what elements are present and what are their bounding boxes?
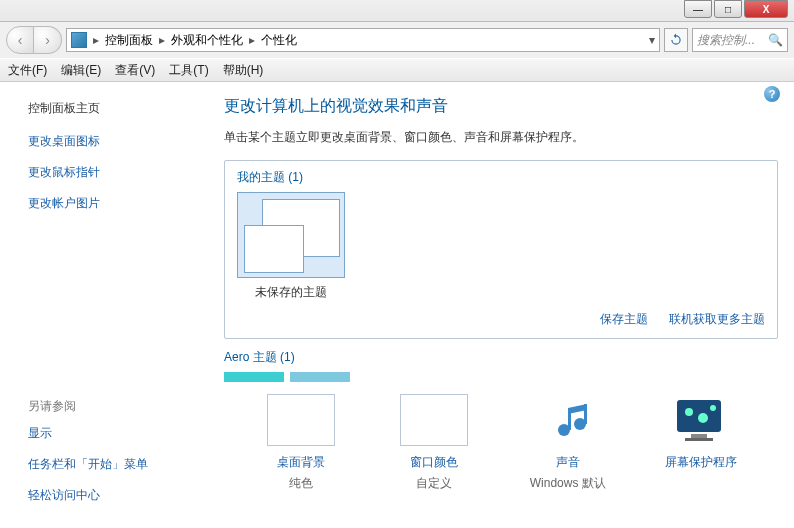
window-color-icon — [400, 394, 468, 446]
address-dropdown-icon[interactable]: ▾ — [649, 33, 655, 47]
menu-view[interactable]: 查看(V) — [115, 62, 155, 79]
aero-themes-strip — [224, 372, 778, 384]
save-theme-link[interactable]: 保存主题 — [600, 312, 648, 326]
sidebar-heading[interactable]: 控制面板主页 — [28, 100, 196, 117]
sidebar-link-mouse-pointers[interactable]: 更改鼠标指针 — [28, 164, 196, 181]
setting-title: 屏幕保护程序 — [641, 454, 761, 471]
setting-window-color[interactable]: 窗口颜色 自定义 — [374, 394, 494, 492]
get-more-themes-link[interactable]: 联机获取更多主题 — [669, 312, 765, 326]
address-bar[interactable]: ▸ 控制面板 ▸ 外观和个性化 ▸ 个性化 ▾ — [66, 28, 660, 52]
sidebar-seealso-ease-of-access[interactable]: 轻松访问中心 — [28, 487, 196, 504]
svg-point-8 — [698, 413, 708, 423]
menu-help[interactable]: 帮助(H) — [223, 62, 264, 79]
back-button[interactable]: ‹ — [6, 26, 34, 54]
theme-thumbnail — [237, 192, 345, 278]
maximize-button[interactable]: □ — [714, 0, 742, 18]
breadcrumb-sep: ▸ — [93, 33, 99, 47]
setting-title: 声音 — [508, 454, 628, 471]
sidebar-seealso-heading: 另请参阅 — [28, 398, 196, 415]
setting-sound[interactable]: 声音 Windows 默认 — [508, 394, 628, 492]
close-button[interactable]: X — [744, 0, 788, 18]
svg-rect-5 — [691, 434, 707, 438]
setting-title: 窗口颜色 — [374, 454, 494, 471]
svg-point-7 — [685, 408, 693, 416]
page-title: 更改计算机上的视觉效果和声音 — [224, 96, 778, 117]
setting-value: 纯色 — [241, 475, 361, 492]
minimize-button[interactable]: — — [684, 0, 712, 18]
breadcrumb-segment[interactable]: 个性化 — [261, 32, 297, 49]
main-panel: ? 更改计算机上的视觉效果和声音 单击某个主题立即更改桌面背景、窗口颜色、声音和… — [210, 82, 794, 528]
sound-icon — [534, 394, 602, 446]
sidebar: 控制面板主页 更改桌面图标 更改鼠标指针 更改帐户图片 另请参阅 显示 任务栏和… — [0, 82, 210, 528]
page-subtitle: 单击某个主题立即更改桌面背景、窗口颜色、声音和屏幕保护程序。 — [224, 129, 778, 146]
setting-value: 自定义 — [374, 475, 494, 492]
window-titlebar: — □ X — [0, 0, 794, 22]
search-box[interactable]: 搜索控制... 🔍 — [692, 28, 788, 52]
breadcrumb-segment[interactable]: 控制面板 — [105, 32, 153, 49]
screensaver-icon — [667, 394, 735, 446]
breadcrumb-segment[interactable]: 外观和个性化 — [171, 32, 243, 49]
theme-item-unsaved[interactable]: 未保存的主题 — [237, 192, 345, 301]
navigation-row: ‹ › ▸ 控制面板 ▸ 外观和个性化 ▸ 个性化 ▾ 搜索控制... 🔍 — [0, 22, 794, 58]
svg-point-9 — [710, 405, 716, 411]
sidebar-seealso-taskbar[interactable]: 任务栏和「开始」菜单 — [28, 456, 196, 473]
setting-screensaver[interactable]: 屏幕保护程序 — [641, 394, 761, 492]
menu-tools[interactable]: 工具(T) — [169, 62, 208, 79]
refresh-button[interactable] — [664, 28, 688, 52]
control-panel-icon — [71, 32, 87, 48]
forward-button[interactable]: › — [34, 26, 62, 54]
settings-row: 桌面背景 纯色 窗口颜色 自定义 声音 Windows 默认 屏幕保护程序 — [224, 384, 778, 492]
my-themes-box: 我的主题 (1) 未保存的主题 保存主题 联机获取更多主题 — [224, 160, 778, 339]
sidebar-link-account-picture[interactable]: 更改帐户图片 — [28, 195, 196, 212]
sidebar-link-desktop-icons[interactable]: 更改桌面图标 — [28, 133, 196, 150]
aero-themes-label: Aero 主题 (1) — [224, 349, 778, 366]
setting-desktop-background[interactable]: 桌面背景 纯色 — [241, 394, 361, 492]
refresh-icon — [669, 33, 683, 47]
search-placeholder: 搜索控制... — [697, 32, 755, 49]
breadcrumb-sep: ▸ — [249, 33, 255, 47]
setting-value: Windows 默认 — [508, 475, 628, 492]
theme-name: 未保存的主题 — [237, 284, 345, 301]
content-area: 控制面板主页 更改桌面图标 更改鼠标指针 更改帐户图片 另请参阅 显示 任务栏和… — [0, 82, 794, 528]
aero-thumb-partial[interactable] — [290, 372, 350, 382]
desktop-background-icon — [267, 394, 335, 446]
menu-edit[interactable]: 编辑(E) — [61, 62, 101, 79]
sidebar-seealso-display[interactable]: 显示 — [28, 425, 196, 442]
menu-file[interactable]: 文件(F) — [8, 62, 47, 79]
menu-bar: 文件(F) 编辑(E) 查看(V) 工具(T) 帮助(H) — [0, 58, 794, 82]
help-icon[interactable]: ? — [764, 86, 780, 102]
themes-actions: 保存主题 联机获取更多主题 — [237, 311, 765, 328]
breadcrumb-sep: ▸ — [159, 33, 165, 47]
aero-thumb-partial[interactable] — [224, 372, 284, 382]
svg-rect-6 — [685, 438, 713, 441]
search-icon: 🔍 — [768, 33, 783, 47]
nav-buttons: ‹ › — [6, 26, 62, 54]
my-themes-label: 我的主题 (1) — [237, 169, 765, 186]
setting-title: 桌面背景 — [241, 454, 361, 471]
